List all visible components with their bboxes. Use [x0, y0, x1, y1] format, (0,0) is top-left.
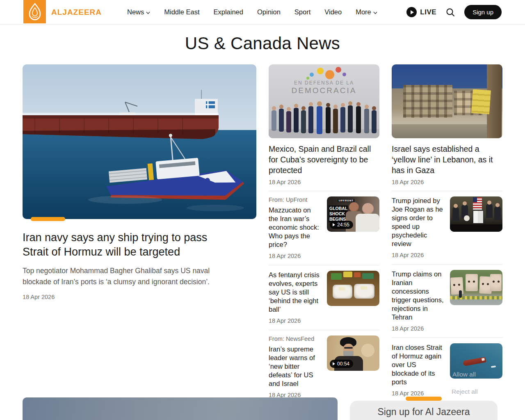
video-duration-badge: 24:55: [330, 221, 353, 229]
thumbnail-art: [362, 203, 374, 215]
newsletter-signup-card[interactable]: Sign up for Al Jazeera: [350, 401, 498, 420]
aljazeera-logo[interactable]: [23, 0, 46, 23]
thumbnail-art: [450, 296, 502, 299]
rubble-art: [392, 124, 488, 138]
story-progress-bar: [31, 217, 65, 221]
chevron-down-icon: [373, 11, 377, 14]
story-date: 18 Apr 2026: [392, 252, 445, 258]
story-row: Iran closes Strait of Hormuz again over …: [392, 338, 502, 402]
thumbnail-art: [338, 287, 345, 290]
thumbnail-art: [450, 224, 502, 232]
site-header: ALJAZEERA News Middle East Explained Opi…: [0, 0, 525, 25]
featured-date: 18 Apr 2026: [23, 294, 256, 300]
thumbnail-brand-text: UPFRONT: [338, 199, 355, 202]
nav-item-more[interactable]: More: [356, 8, 377, 16]
play-icon: [333, 362, 335, 365]
nav-item-sport[interactable]: Sport: [294, 8, 310, 16]
thumbnail-art: [361, 286, 367, 290]
story-row: As fentanyl crisis evolves, experts say …: [269, 265, 379, 330]
story-thumbnail[interactable]: [327, 271, 379, 306]
thumbnail-art: [473, 210, 484, 224]
story-title[interactable]: Trump joined by Joe Rogan as he signs or…: [392, 196, 445, 248]
featured-headline[interactable]: Iran navy says any ship trying to pass S…: [23, 231, 236, 259]
lead-headline[interactable]: Mexico, Spain and Brazil call for Cuba’s…: [269, 144, 379, 176]
search-icon[interactable]: [445, 7, 455, 17]
news-grid: Iran navy says any ship trying to pass S…: [23, 64, 502, 404]
thumbnail-art: [463, 201, 467, 205]
thumbnail-art: [349, 202, 359, 212]
backdrop-dot: [342, 73, 346, 76]
story-title[interactable]: As fentanyl crisis evolves, experts say …: [269, 271, 322, 314]
lead-date: 18 Apr 2026: [269, 179, 379, 185]
story-thumbnail[interactable]: [450, 196, 502, 232]
thumbnail-art: [463, 357, 486, 366]
story-title[interactable]: Iran’s supreme leader warns of ‘new bitt…: [269, 345, 322, 388]
video-thumbnail[interactable]: UPFRONT GLOBAL SHOCK BEGINS 24:55: [327, 196, 379, 232]
nav-item-opinion[interactable]: Opinion: [257, 8, 281, 16]
lead-story: Israel says established a ‘yellow line’ …: [392, 64, 502, 185]
lead-story-image[interactable]: [392, 64, 502, 138]
nav-item-middle-east[interactable]: Middle East: [164, 8, 199, 16]
thumbnail-art: [491, 365, 496, 368]
thumbnail-art: [486, 204, 493, 218]
thumbnail-overlay-text: GLOBAL SHOCK BEGINS: [329, 205, 348, 222]
backdrop-dot: [325, 70, 334, 79]
story-title[interactable]: Iran closes Strait of Hormuz again over …: [392, 343, 445, 386]
thumbnail-art: [473, 197, 482, 210]
story-thumbnail[interactable]: [450, 270, 502, 305]
thumbnail-art: [452, 207, 459, 221]
nav-item-explained[interactable]: Explained: [214, 8, 243, 16]
thumbnail-art: [487, 201, 491, 205]
next-section-image[interactable]: [23, 397, 338, 420]
reject-all-link[interactable]: Reject all: [452, 388, 478, 395]
story-date: 18 Apr 2026: [269, 253, 322, 259]
thumbnail-art: [490, 274, 502, 291]
lead-date: 18 Apr 2026: [392, 179, 502, 185]
backdrop-text: EN DEFENSA DE LA: [269, 80, 379, 86]
backdrop-dot: [336, 67, 341, 73]
allow-all-link[interactable]: Allow all: [452, 371, 476, 378]
thumbnail-art: [343, 272, 352, 277]
newsletter-title: Sign up for Al Jazeera: [350, 406, 498, 418]
column-mid: EN DEFENSA DE LA DEMOCRACIA: [269, 64, 379, 404]
signup-button[interactable]: Sign up: [464, 5, 502, 19]
flame-icon: [28, 3, 42, 21]
nav-item-news[interactable]: News: [127, 8, 150, 16]
hero-image-art: [23, 64, 256, 219]
thumbnail-art: [459, 290, 462, 298]
thumbnail-art: [495, 203, 500, 207]
backdrop-dot: [306, 77, 309, 80]
lead-headline[interactable]: Israel says established a ‘yellow line’ …: [392, 144, 502, 176]
page-title: US & Canada News: [0, 34, 525, 53]
story-row: From: NewsFeed Iran’s supreme leader war…: [269, 330, 379, 404]
story-date: 18 Apr 2026: [269, 317, 322, 324]
column-right: Israel says established a ‘yellow line’ …: [392, 64, 502, 404]
video-thumbnail[interactable]: 00:54: [327, 336, 379, 371]
story-date: 18 Apr 2026: [392, 390, 445, 397]
featured-story-image[interactable]: [23, 64, 256, 219]
featured-story: Iran navy says any ship trying to pass S…: [23, 64, 256, 404]
story-title[interactable]: Trump claims on Iranian concessions trig…: [392, 270, 445, 322]
nav-item-video[interactable]: Video: [324, 8, 342, 16]
header-actions: LIVE Sign up: [406, 5, 502, 19]
thumbnail-art: [344, 347, 353, 349]
backdrop-dot: [317, 68, 324, 74]
video-duration-badge: 00:54: [330, 360, 353, 368]
play-icon: [406, 7, 417, 17]
backdrop-text: DEMOCRACIA: [269, 86, 379, 95]
play-icon: [333, 223, 335, 226]
brand-wordmark[interactable]: ALJAZEERA: [51, 8, 102, 17]
story-row: From: UpFront Mazzucato on the Iran war’…: [269, 191, 379, 265]
lead-story-image[interactable]: EN DEFENSA DE LA DEMOCRACIA: [269, 64, 379, 138]
live-label: LIVE: [420, 8, 436, 16]
thumbnail-art: [331, 273, 342, 280]
story-date: 18 Apr 2026: [392, 325, 445, 332]
thumbnail-art: [362, 273, 374, 279]
crowd-art: [269, 97, 379, 138]
main-nav: News Middle East Explained Opinion Sport…: [127, 8, 377, 16]
thumbnail-art: [354, 272, 361, 277]
featured-summary: Top negotiator Mohammad Bagher Ghalibaf …: [23, 265, 230, 288]
live-button[interactable]: LIVE: [406, 7, 436, 17]
chevron-down-icon: [146, 11, 150, 14]
story-title[interactable]: Mazzucato on the Iran war’s economic sho…: [269, 206, 322, 249]
